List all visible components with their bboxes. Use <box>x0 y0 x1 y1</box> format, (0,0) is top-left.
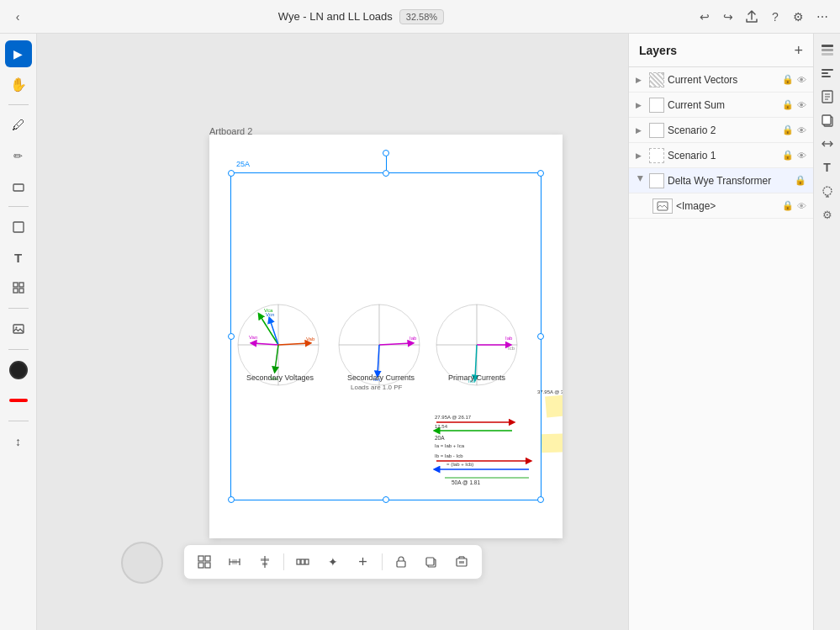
eye-icon[interactable]: 👁 <box>797 100 806 110</box>
duplicate-icon[interactable] <box>818 111 837 130</box>
layer-thumbnail <box>649 148 664 163</box>
document-title: Wye - LN and LL Loads <box>278 10 393 23</box>
options-tool[interactable]: ↕ <box>5 428 32 455</box>
pen-tool[interactable]: 🖊 <box>5 112 32 139</box>
transform-tool[interactable] <box>5 274 32 301</box>
layer-expand-arrow[interactable]: ▶ <box>636 126 646 135</box>
svg-rect-71 <box>198 556 203 561</box>
duplicate-button[interactable] <box>420 550 443 574</box>
svg-text:Iab: Iab <box>505 336 513 341</box>
layer-name: <Image> <box>676 200 779 212</box>
svg-line-25 <box>379 343 411 345</box>
zoom-level[interactable]: 32.58% <box>399 9 444 24</box>
select-tool[interactable]: ▶ <box>5 40 32 67</box>
far-right-panel: T ⚙ <box>813 34 840 630</box>
svg-rect-99 <box>822 69 833 71</box>
svg-text:Vcn: Vcn <box>266 312 274 317</box>
svg-rect-78 <box>232 559 237 564</box>
eye-icon[interactable]: 👁 <box>797 75 806 85</box>
svg-rect-84 <box>305 559 309 564</box>
eye-icon[interactable]: 👁 <box>797 125 806 135</box>
layer-scenario-1[interactable]: ▶ Scenario 1 🔒 👁 <box>629 143 813 168</box>
pencil-tool[interactable]: ✏ <box>5 142 32 169</box>
panel-header: Layers + <box>629 34 813 67</box>
spacing-button[interactable] <box>223 550 246 574</box>
layer-delta-wye[interactable]: ▶ Delta Wye Transformer 🔒 <box>629 168 813 193</box>
add-layer-button[interactable]: + <box>794 43 803 58</box>
layer-thumbnail <box>649 173 664 188</box>
arrange-button[interactable] <box>193 550 216 574</box>
lasso-icon[interactable] <box>818 182 837 200</box>
lock-icon[interactable]: 🔒 <box>782 124 794 135</box>
eye-icon[interactable]: 👁 <box>797 151 806 161</box>
stroke-swatch[interactable] <box>5 387 32 414</box>
lock-icon[interactable]: 🔒 <box>782 99 794 110</box>
layers-panel: Layers + ▶ Current Vectors 🔒 👁 ▶ Current… <box>628 34 813 630</box>
svg-line-14 <box>275 345 278 370</box>
svg-text:50A @ 1.81: 50A @ 1.81 <box>452 479 480 485</box>
svg-rect-5 <box>19 289 24 293</box>
color-swatch[interactable] <box>5 357 32 384</box>
text-tool[interactable]: T <box>5 244 32 271</box>
layer-name: Current Sum <box>668 99 779 111</box>
share-button[interactable] <box>744 9 759 24</box>
eye-icon[interactable]: 👁 <box>797 201 806 211</box>
svg-text:27.95A @ 26.17: 27.95A @ 26.17 <box>435 415 472 420</box>
lock-button[interactable] <box>389 550 413 574</box>
layer-expand-arrow[interactable]: ▶ <box>636 101 646 109</box>
circle-indicator <box>121 542 163 584</box>
layer-thumbnail <box>652 199 673 214</box>
lock-icon[interactable]: 🔒 <box>782 74 794 85</box>
stack-button[interactable]: ✦ <box>321 550 345 574</box>
svg-rect-4 <box>13 289 18 293</box>
svg-point-7 <box>15 327 17 329</box>
back-button[interactable]: ‹ <box>10 9 25 24</box>
svg-rect-87 <box>426 558 434 565</box>
properties-icon[interactable] <box>818 64 837 82</box>
redo-button[interactable]: ↪ <box>721 9 736 24</box>
layer-expand-arrow[interactable]: ▶ <box>636 76 646 84</box>
text-style-icon[interactable]: T <box>818 158 837 177</box>
layer-expand-arrow[interactable]: ▶ <box>636 151 646 160</box>
layer-current-vectors[interactable]: ▶ Current Vectors 🔒 👁 <box>629 67 813 93</box>
delete-button[interactable] <box>450 550 473 574</box>
svg-rect-97 <box>822 49 833 51</box>
svg-rect-107 <box>822 115 831 124</box>
frame-tool[interactable] <box>5 214 32 241</box>
arrows-icon[interactable] <box>818 135 837 153</box>
help-button[interactable]: ? <box>768 9 783 24</box>
undo-button[interactable]: ↩ <box>697 9 712 24</box>
main-area: ▶ ✋ 🖊 ✏ T ↕ Artboard 2 <box>0 34 840 630</box>
settings-gear-icon[interactable]: ⚙ <box>818 205 837 224</box>
lock-icon[interactable]: 🔒 <box>795 175 806 186</box>
layer-scenario-2[interactable]: ▶ Scenario 2 🔒 👁 <box>629 118 813 143</box>
page-icon[interactable] <box>818 87 837 106</box>
settings-button[interactable]: ⚙ <box>791 9 806 24</box>
eraser-tool[interactable] <box>5 172 32 199</box>
svg-text:Van: Van <box>249 335 257 340</box>
add-button[interactable]: + <box>351 550 375 574</box>
svg-text:Ib = Iab - Icb: Ib = Iab - Icb <box>435 453 463 458</box>
lock-icon[interactable]: 🔒 <box>782 150 794 161</box>
svg-rect-73 <box>198 563 203 568</box>
canvas-area[interactable]: Artboard 2 Van Vca Vcn <box>37 34 628 630</box>
svg-rect-2 <box>13 283 18 287</box>
more-button[interactable]: ⋯ <box>815 9 830 24</box>
pan-tool[interactable]: ✋ <box>5 71 32 98</box>
svg-text:= (Iab + Icb): = (Iab + Icb) <box>446 462 473 467</box>
layer-current-sum[interactable]: ▶ Current Sum 🔒 👁 <box>629 93 813 118</box>
svg-text:20A: 20A <box>435 435 445 441</box>
layer-expand-arrow[interactable]: ▶ <box>637 176 645 186</box>
svg-text:Ia = Iab + Ica: Ia = Iab + Ica <box>435 443 465 448</box>
svg-rect-74 <box>205 563 210 568</box>
layer-image[interactable]: <Image> 🔒 👁 <box>629 193 813 219</box>
topbar-center: Wye - LN and LL Loads 32.58% <box>278 9 444 24</box>
panel-title: Layers <box>639 44 677 57</box>
lock-icon[interactable]: 🔒 <box>782 200 794 211</box>
layers-tab-icon[interactable] <box>818 40 837 59</box>
image-tool[interactable] <box>5 315 32 342</box>
distribute-button[interactable] <box>291 550 314 574</box>
svg-rect-72 <box>205 556 210 561</box>
svg-rect-98 <box>822 53 833 56</box>
align-button[interactable] <box>253 550 277 574</box>
